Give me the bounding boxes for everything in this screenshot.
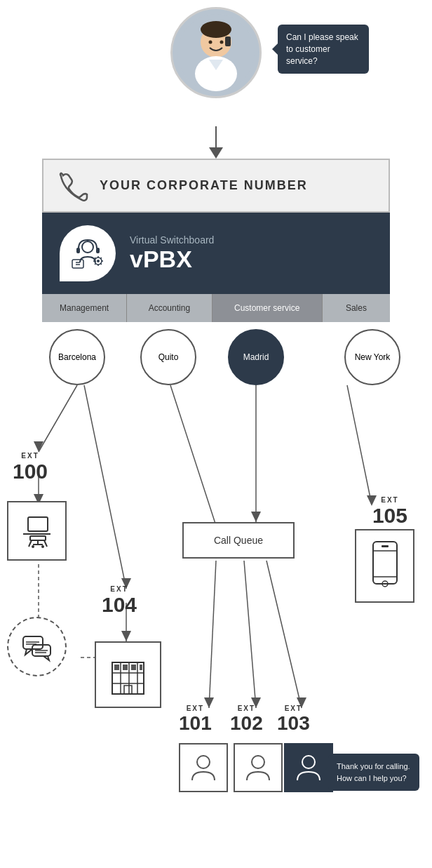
flow-diagram: Barcelona Quito Madrid New York EXT 100 — [0, 322, 432, 827]
svg-rect-69 — [123, 665, 128, 670]
ext-105-label: EXT 105 — [372, 496, 407, 528]
svg-rect-72 — [124, 686, 132, 694]
vpbx-icon — [60, 225, 116, 281]
svg-rect-9 — [76, 248, 80, 253]
location-madrid: Madrid — [228, 329, 284, 385]
svg-point-52 — [32, 545, 34, 548]
person-icon-102 — [243, 752, 274, 784]
speech-bubble-bottom: Thank you for calling. How can I help yo… — [328, 754, 419, 791]
svg-line-23 — [100, 258, 101, 258]
chat-icon — [20, 629, 55, 665]
svg-line-26 — [84, 385, 126, 589]
svg-marker-30 — [251, 512, 261, 522]
dept-customer-service: Customer service — [212, 294, 323, 322]
desktop-icon — [18, 512, 56, 550]
svg-line-20 — [95, 258, 95, 258]
person-box-102 — [234, 743, 283, 792]
avatar — [170, 7, 262, 98]
call-queue-box: Call Queue — [182, 522, 295, 559]
arrow-person-to-corporate — [0, 126, 432, 159]
svg-point-6 — [209, 41, 212, 44]
vpbx-title: vPBX — [130, 246, 214, 273]
device-chat — [7, 617, 67, 676]
diagram-container: Can I please speak to customer service? — [0, 0, 432, 855]
corporate-number-label: YOUR CORPORATE NUMBER — [100, 178, 308, 193]
person-box-101 — [179, 743, 228, 792]
svg-point-8 — [82, 241, 93, 253]
svg-point-53 — [41, 545, 44, 548]
svg-line-21 — [100, 263, 101, 264]
location-quito: Quito — [140, 329, 196, 385]
svg-point-7 — [220, 41, 224, 44]
svg-line-48 — [29, 540, 32, 547]
vpbx-text: Virtual Switchboard vPBX — [130, 234, 214, 273]
top-section: Can I please speak to customer service? — [0, 0, 432, 126]
svg-point-2 — [201, 21, 231, 38]
svg-point-15 — [97, 260, 100, 262]
svg-rect-11 — [72, 260, 83, 268]
svg-marker-44 — [121, 631, 131, 641]
svg-rect-77 — [382, 545, 389, 547]
corporate-number-box: YOUR CORPORATE NUMBER — [42, 159, 390, 213]
mobile-icon — [367, 538, 403, 594]
svg-line-24 — [39, 385, 77, 452]
svg-rect-45 — [28, 517, 48, 531]
dept-accounting: Accounting — [127, 294, 212, 322]
svg-marker-55 — [25, 649, 32, 655]
svg-line-37 — [209, 561, 216, 708]
svg-rect-68 — [114, 665, 119, 670]
device-desktop — [7, 501, 67, 561]
svg-rect-10 — [96, 248, 100, 253]
person-svg — [177, 14, 255, 91]
svg-line-31 — [347, 385, 372, 505]
cashregister-icon — [105, 652, 151, 697]
device-cashregister — [95, 641, 161, 708]
ext-103-label: EXT 103 — [277, 705, 310, 735]
svg-line-49 — [44, 540, 47, 547]
location-newyork: New York — [344, 329, 400, 385]
ext-102-label: EXT 102 — [230, 705, 263, 735]
ext-101-label: EXT 101 — [179, 705, 212, 735]
person-icon-101 — [188, 752, 220, 784]
device-mobile — [355, 529, 414, 603]
svg-rect-73 — [373, 542, 397, 584]
ext-100-label: EXT 100 — [13, 452, 48, 483]
svg-point-79 — [252, 756, 264, 768]
departments-bar: Management Accounting Customer service S… — [42, 294, 390, 322]
svg-rect-71 — [140, 665, 142, 670]
svg-rect-5 — [225, 36, 231, 46]
ext-104-label: EXT 104 — [102, 585, 137, 617]
person-icon-103 — [293, 752, 325, 784]
svg-rect-70 — [131, 665, 136, 670]
vpbx-box: Virtual Switchboard vPBX — [42, 213, 390, 294]
svg-line-41 — [266, 561, 302, 708]
svg-rect-47 — [30, 536, 46, 540]
vpbx-subtitle: Virtual Switchboard — [130, 234, 214, 246]
svg-marker-57 — [43, 656, 49, 660]
speech-bubble-top: Can I please speak to customer service? — [278, 25, 369, 74]
svg-point-78 — [197, 756, 210, 768]
svg-marker-25 — [34, 441, 43, 452]
headset-icon — [69, 234, 107, 273]
svg-line-22 — [95, 263, 95, 264]
svg-point-80 — [302, 756, 315, 768]
dept-sales: Sales — [323, 294, 390, 322]
svg-line-39 — [244, 561, 256, 708]
dept-management: Management — [42, 294, 127, 322]
location-barcelona: Barcelona — [49, 329, 105, 385]
phone-icon — [58, 170, 89, 201]
svg-line-28 — [170, 385, 216, 526]
